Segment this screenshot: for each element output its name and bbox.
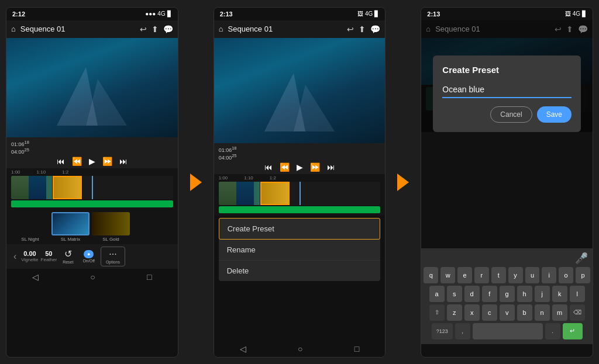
options-label: Options — [106, 260, 120, 264]
preset-label-night: SL Night — [21, 237, 39, 242]
clip-selected — [53, 176, 82, 199]
save-button[interactable]: Save — [537, 106, 572, 123]
key-w[interactable]: w — [440, 267, 455, 283]
key-l[interactable]: l — [570, 286, 585, 302]
context-delete[interactable]: Delete — [219, 261, 381, 281]
playback-buttons: ⏮ ⏪ ▶ ⏩ ⏭ — [11, 157, 173, 166]
battery-icon-2: ▊ — [374, 11, 379, 17]
toggle-icon: ● — [84, 250, 94, 258]
key-space[interactable] — [473, 323, 543, 339]
key-h[interactable]: h — [517, 286, 532, 302]
step-back-btn[interactable]: ⏪ — [72, 157, 82, 166]
key-m[interactable]: m — [552, 304, 567, 321]
key-k[interactable]: k — [552, 286, 567, 302]
key-enter[interactable]: ↵ — [563, 323, 583, 339]
undo-icon-2[interactable]: ↩ — [347, 25, 354, 34]
key-y[interactable]: y — [508, 267, 523, 283]
key-x[interactable]: x — [464, 304, 480, 321]
nav-back-2[interactable]: ◁ — [240, 344, 246, 353]
step-back-btn-2[interactable]: ⏪ — [280, 162, 290, 172]
step-forward-btn[interactable]: ⏩ — [102, 157, 112, 166]
key-v[interactable]: v — [500, 304, 515, 321]
key-g[interactable]: g — [500, 286, 515, 302]
key-backspace[interactable]: ⌫ — [570, 304, 585, 321]
time-display-1: 01:0618 04:0025 — [11, 140, 173, 155]
prev-btn[interactable]: ‹ — [11, 249, 19, 264]
share-icon[interactable]: ⬆ — [152, 25, 159, 34]
step-forward-btn-2[interactable]: ⏩ — [310, 162, 320, 172]
reset-btn[interactable]: ↺ Reset — [59, 247, 77, 265]
preset-thumb-gold — [92, 212, 130, 235]
key-r[interactable]: r — [474, 267, 489, 283]
preset-matrix[interactable]: SL Matrix — [51, 212, 89, 242]
key-u[interactable]: u — [525, 267, 540, 283]
key-e[interactable]: e — [457, 267, 472, 283]
key-f[interactable]: f — [482, 286, 497, 302]
top-bar-1: ⌂ Sequence 01 ↩ ⬆ 💬 — [6, 20, 178, 38]
battery-icon: ▊ — [167, 11, 172, 17]
key-s[interactable]: s — [447, 286, 462, 302]
preset-gold[interactable]: SL Gold — [92, 212, 130, 242]
skip-end-btn[interactable]: ⏭ — [119, 157, 128, 166]
key-a[interactable]: a — [429, 286, 445, 302]
nav-back[interactable]: ◁ — [32, 272, 39, 282]
play-btn-2[interactable]: ▶ — [297, 162, 303, 172]
key-shift[interactable]: ⇧ — [429, 304, 445, 321]
timeline-ruler-1: 1:00 1:10 1:2 — [6, 169, 178, 175]
status-icons-1: ●●● 4G ▊ — [145, 11, 171, 17]
timeline-track-1[interactable] — [11, 176, 173, 199]
key-q[interactable]: q — [424, 267, 438, 283]
nav-recents[interactable]: □ — [147, 272, 152, 282]
key-d[interactable]: d — [464, 286, 480, 302]
key-n[interactable]: n — [535, 304, 550, 321]
context-rename[interactable]: Rename — [219, 240, 381, 261]
context-create-preset[interactable]: Create Preset — [219, 218, 381, 240]
share-icon-2[interactable]: ⬆ — [359, 25, 366, 34]
skip-start-btn[interactable]: ⏮ — [57, 157, 65, 166]
photo-icon-3: 🖼 — [565, 11, 571, 17]
feather-control: 50 Feather — [41, 250, 57, 262]
play-btn[interactable]: ▶ — [89, 157, 95, 166]
preset-thumb-night — [11, 212, 49, 235]
nav-home-2[interactable]: ○ — [298, 344, 302, 353]
nav-home[interactable]: ○ — [90, 272, 95, 282]
key-j[interactable]: j — [535, 286, 550, 302]
onoff-label: On/Off — [82, 259, 95, 263]
main-container: 2:12 ●●● 4G ▊ ⌂ Sequence 01 ↩ ⬆ 💬 01: — [0, 0, 599, 364]
preset-label-gold: SL Gold — [102, 237, 119, 242]
skip-end-btn-2[interactable]: ⏭ — [327, 162, 335, 172]
status-bar-1: 2:12 ●●● 4G ▊ — [6, 8, 178, 20]
signal-4g: 4G — [157, 11, 165, 17]
key-t[interactable]: t — [491, 267, 506, 283]
playback-controls-2: 01:0618 04:0025 ⏮ ⏪ ▶ ⏩ ⏭ — [214, 143, 385, 174]
skip-start-btn-2[interactable]: ⏮ — [264, 162, 273, 172]
key-b[interactable]: b — [517, 304, 532, 321]
home-icon[interactable]: ⌂ — [11, 25, 16, 33]
dialog-input-field[interactable]: Ocean blue — [442, 82, 572, 98]
key-o[interactable]: o — [559, 267, 573, 283]
vignette-value: 0.00 — [23, 250, 36, 257]
undo-icon[interactable]: ↩ — [140, 25, 147, 34]
dialog-buttons: Cancel Save — [442, 106, 572, 123]
signal-4g-3: 4G — [573, 11, 580, 17]
key-numbers[interactable]: ?123 — [432, 323, 453, 339]
key-c[interactable]: c — [482, 304, 497, 321]
key-period[interactable]: . — [545, 323, 560, 339]
options-btn[interactable]: ··· Options — [101, 247, 125, 266]
preset-night[interactable]: SL Night — [11, 212, 49, 242]
key-i[interactable]: i — [542, 267, 556, 283]
arrow-right-icon-1 — [190, 174, 202, 191]
key-comma[interactable]: , — [455, 323, 470, 339]
menu-icon[interactable]: 💬 — [163, 25, 173, 34]
mic-icon[interactable]: 🎤 — [575, 252, 588, 265]
menu-icon-2[interactable]: 💬 — [370, 25, 380, 34]
key-z[interactable]: z — [447, 304, 462, 321]
home-icon-2[interactable]: ⌂ — [219, 25, 223, 33]
key-p[interactable]: p — [576, 267, 590, 283]
nav-recents-2[interactable]: □ — [354, 344, 359, 353]
phone-1: 2:12 ●●● 4G ▊ ⌂ Sequence 01 ↩ ⬆ 💬 01: — [6, 7, 178, 358]
timeline-track-2[interactable] — [219, 182, 381, 205]
onoff-btn[interactable]: ● On/Off — [79, 249, 98, 264]
cancel-button[interactable]: Cancel — [490, 106, 532, 123]
top-bar-2: ⌂ Sequence 01 ↩ ⬆ 💬 — [214, 20, 385, 38]
